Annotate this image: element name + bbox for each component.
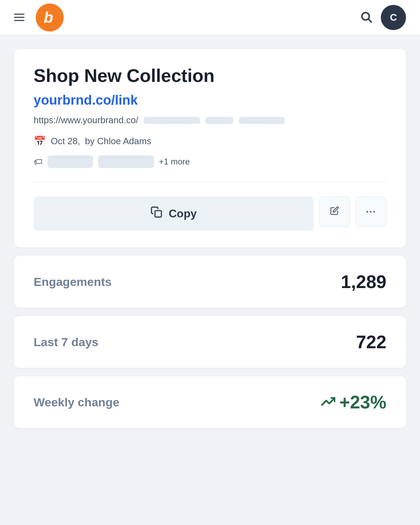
url-text: https://www.yourbrand.co/ <box>34 115 138 126</box>
weekly-change-value: +23% <box>321 392 386 413</box>
avatar[interactable]: C <box>381 5 406 30</box>
svg-rect-3 <box>155 211 161 217</box>
more-button[interactable]: ··· <box>356 196 386 227</box>
svg-text:b: b <box>44 9 53 26</box>
logo-icon: b <box>36 4 64 31</box>
logo: b <box>36 4 64 31</box>
search-button[interactable] <box>360 10 372 24</box>
header: b C <box>0 0 420 35</box>
last7days-value: 722 <box>356 331 386 352</box>
search-icon <box>360 10 372 23</box>
engagements-label: Engagements <box>34 275 112 289</box>
url-placeholder-3 <box>239 117 285 124</box>
tag-2 <box>98 155 154 168</box>
edit-button[interactable] <box>319 196 350 227</box>
header-left: b <box>14 4 64 31</box>
tags-more: +1 more <box>159 157 190 167</box>
header-right: C <box>360 5 406 30</box>
divider <box>34 182 386 182</box>
menu-button[interactable] <box>14 14 24 21</box>
weekly-change-label: Weekly change <box>34 396 119 409</box>
edit-icon <box>330 206 339 218</box>
weekly-change-card: Weekly change +23% <box>14 376 406 428</box>
link-meta: 📅 Oct 28, by Chloe Adams <box>34 135 386 147</box>
trend-arrow-icon <box>321 392 335 413</box>
link-title: Shop New Collection <box>34 66 386 86</box>
engagements-value: 1,289 <box>341 271 386 292</box>
link-author: by Chloe Adams <box>85 136 151 147</box>
link-tags: 🏷 +1 more <box>34 155 386 168</box>
tag-icon: 🏷 <box>34 156 43 167</box>
link-date: Oct 28, <box>51 136 80 147</box>
more-icon: ··· <box>366 206 376 217</box>
main-content: Shop New Collection yourbrnd.co/link htt… <box>0 35 420 442</box>
weekly-change-number: +23% <box>340 392 386 413</box>
svg-line-2 <box>369 19 371 22</box>
actions-row: Copy ··· <box>34 196 386 231</box>
copy-label: Copy <box>169 207 197 220</box>
copy-button[interactable]: Copy <box>34 196 314 231</box>
url-placeholder-2 <box>205 117 233 124</box>
link-card: Shop New Collection yourbrnd.co/link htt… <box>14 49 406 247</box>
last7days-label: Last 7 days <box>34 335 98 349</box>
engagements-card: Engagements 1,289 <box>14 256 406 308</box>
long-url-row: https://www.yourbrand.co/ <box>34 115 386 126</box>
copy-icon <box>150 206 162 221</box>
url-placeholder-1 <box>144 117 200 124</box>
short-url[interactable]: yourbrnd.co/link <box>34 93 386 108</box>
calendar-icon: 📅 <box>34 135 46 147</box>
last7days-card: Last 7 days 722 <box>14 316 406 368</box>
tag-1 <box>48 155 93 168</box>
